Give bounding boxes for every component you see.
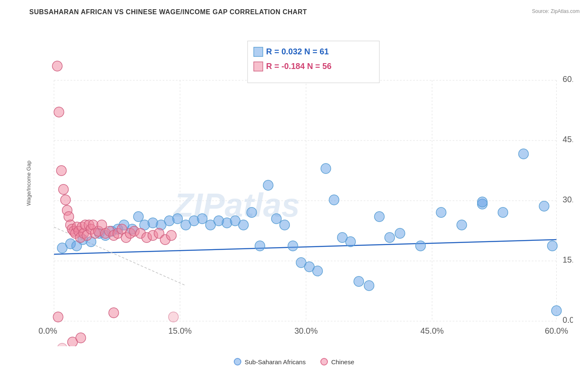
- svg-text:0.0%: 0.0%: [38, 326, 57, 335]
- svg-text:R = -0.184   N = 56: R = -0.184 N = 56: [266, 61, 331, 71]
- y-axis-label: Wage/Income Gap: [26, 161, 32, 206]
- svg-point-76: [519, 149, 529, 159]
- svg-text:45.0%: 45.0%: [420, 326, 444, 335]
- svg-point-81: [52, 61, 62, 71]
- chart-title: SUBSAHARAN AFRICAN VS CHINESE WAGE/INCOM…: [29, 8, 580, 16]
- svg-rect-24: [254, 62, 263, 71]
- svg-point-39: [133, 212, 143, 222]
- svg-point-62: [321, 164, 331, 174]
- svg-point-71: [416, 241, 426, 251]
- svg-rect-22: [254, 47, 263, 56]
- svg-text:0.0%: 0.0%: [562, 315, 573, 324]
- svg-point-65: [345, 237, 355, 247]
- svg-point-120: [57, 343, 67, 346]
- svg-point-78: [547, 241, 557, 251]
- svg-point-79: [478, 197, 488, 207]
- svg-point-44: [173, 214, 183, 224]
- svg-point-73: [457, 220, 467, 230]
- svg-point-82: [54, 107, 64, 117]
- legend-dot-pink: [320, 358, 328, 365]
- svg-text:60.0%: 60.0%: [545, 326, 568, 335]
- legend-item-pink: Chinese: [320, 358, 354, 365]
- svg-text:15.0%: 15.0%: [562, 255, 573, 264]
- svg-point-68: [374, 212, 384, 222]
- svg-point-85: [61, 195, 71, 205]
- svg-point-55: [263, 180, 273, 190]
- legend-item-blue: Sub-Saharan Africans: [234, 358, 306, 365]
- svg-point-84: [59, 184, 69, 194]
- svg-point-72: [436, 207, 446, 217]
- legend-dot-blue: [234, 358, 241, 365]
- legend-label-blue: Sub-Saharan Africans: [245, 358, 306, 365]
- svg-point-77: [539, 201, 549, 211]
- svg-text:60.0%: 60.0%: [562, 74, 573, 84]
- svg-point-70: [395, 228, 405, 238]
- svg-point-47: [197, 214, 207, 224]
- chart-legend: Sub-Saharan Africans Chinese: [234, 358, 354, 365]
- svg-point-75: [498, 207, 508, 217]
- svg-point-124: [169, 312, 179, 322]
- svg-text:30.0%: 30.0%: [562, 195, 573, 204]
- svg-point-69: [385, 232, 395, 243]
- svg-point-122: [76, 333, 86, 343]
- legend-label-pink: Chinese: [331, 358, 354, 365]
- svg-text:R = 0.032   N = 61: R = 0.032 N = 61: [266, 47, 329, 56]
- svg-text:15.0%: 15.0%: [169, 326, 192, 335]
- svg-point-118: [166, 230, 176, 240]
- scatter-chart: .grid-line { stroke: #ddd; stroke-width:…: [29, 20, 573, 346]
- svg-point-53: [247, 207, 257, 217]
- svg-point-57: [280, 220, 290, 230]
- svg-line-26: [54, 240, 557, 254]
- svg-point-80: [552, 306, 562, 316]
- svg-point-52: [238, 220, 248, 230]
- svg-text:30.0%: 30.0%: [294, 326, 318, 335]
- svg-point-83: [56, 166, 66, 176]
- svg-point-58: [288, 241, 298, 251]
- svg-point-66: [354, 276, 364, 286]
- svg-point-123: [109, 308, 119, 318]
- svg-point-119: [53, 312, 63, 322]
- svg-point-67: [364, 281, 374, 291]
- svg-point-56: [271, 214, 281, 224]
- svg-text:45.0%: 45.0%: [562, 135, 573, 144]
- source-label: Source: ZipAtlas.com: [532, 8, 580, 14]
- svg-point-61: [313, 266, 323, 276]
- svg-point-54: [255, 241, 265, 251]
- svg-point-63: [329, 195, 339, 205]
